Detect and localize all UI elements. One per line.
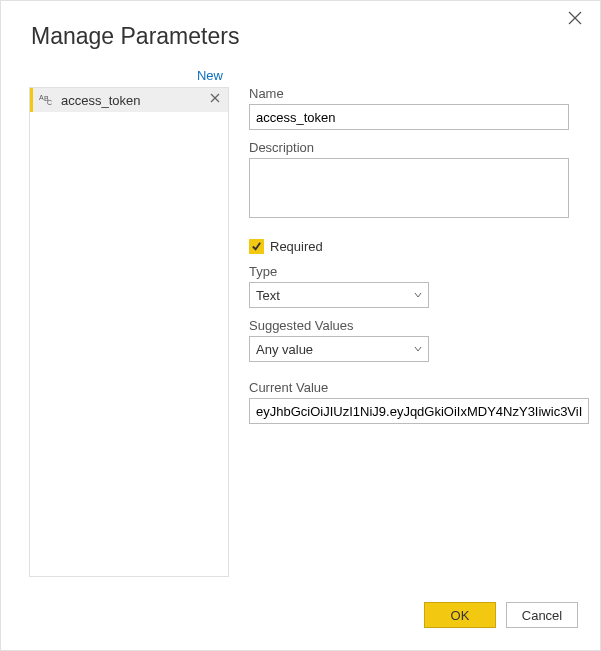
type-label: Type bbox=[249, 264, 595, 279]
chevron-down-icon bbox=[414, 345, 422, 353]
parameter-list: ABC access_token bbox=[29, 87, 229, 577]
close-button[interactable] bbox=[568, 11, 586, 29]
suggested-values-value: Any value bbox=[256, 342, 313, 357]
name-input[interactable] bbox=[249, 104, 569, 130]
new-parameter-link[interactable]: New bbox=[197, 68, 223, 83]
remove-parameter-button[interactable] bbox=[208, 93, 222, 107]
svg-text:C: C bbox=[47, 99, 52, 106]
required-label: Required bbox=[270, 239, 323, 254]
chevron-down-icon bbox=[414, 291, 422, 299]
current-value-input[interactable] bbox=[249, 398, 589, 424]
type-select[interactable]: Text bbox=[249, 282, 429, 308]
current-value-label: Current Value bbox=[249, 380, 595, 395]
abc-icon: ABC bbox=[39, 92, 55, 108]
parameter-item-label: access_token bbox=[61, 93, 208, 108]
cancel-button[interactable]: Cancel bbox=[506, 602, 578, 628]
dialog-title: Manage Parameters bbox=[31, 23, 600, 50]
name-label: Name bbox=[249, 86, 595, 101]
required-checkbox[interactable] bbox=[249, 239, 264, 254]
description-input[interactable] bbox=[249, 158, 569, 218]
description-label: Description bbox=[249, 140, 595, 155]
ok-button[interactable]: OK bbox=[424, 602, 496, 628]
suggested-values-label: Suggested Values bbox=[249, 318, 595, 333]
suggested-values-select[interactable]: Any value bbox=[249, 336, 429, 362]
type-select-value: Text bbox=[256, 288, 280, 303]
parameter-list-item[interactable]: ABC access_token bbox=[30, 88, 228, 112]
